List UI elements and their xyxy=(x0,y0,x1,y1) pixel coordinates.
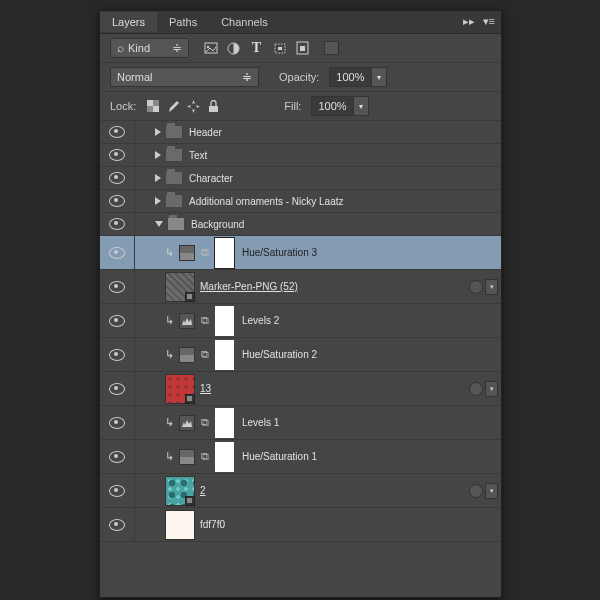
folder-icon xyxy=(165,171,183,185)
layer-thumb[interactable] xyxy=(165,510,195,540)
tab-paths[interactable]: Paths xyxy=(157,12,209,32)
visibility-toggle[interactable] xyxy=(100,406,135,439)
disclosure-icon[interactable] xyxy=(155,197,161,205)
layer-13[interactable]: 13 ▾ xyxy=(100,372,501,406)
folder-character[interactable]: Character xyxy=(100,167,501,190)
tab-channels[interactable]: Channels xyxy=(209,12,279,32)
clip-indicator-icon: ↳ xyxy=(165,348,175,361)
visibility-toggle[interactable] xyxy=(100,121,135,143)
layer-mask-thumb[interactable] xyxy=(215,306,234,336)
layer-thumb[interactable] xyxy=(165,476,195,506)
tab-layers[interactable]: Layers xyxy=(100,12,157,32)
filter-toggle-switch[interactable] xyxy=(324,41,339,55)
chevron-down-icon: ▾ xyxy=(354,97,368,115)
layer-levels-2[interactable]: ↳ ⧉ Levels 2 xyxy=(100,304,501,338)
visibility-toggle[interactable] xyxy=(100,508,135,541)
lock-transparency-icon[interactable] xyxy=(146,99,160,113)
collapse-icon[interactable]: ▸▸ xyxy=(463,15,475,28)
chevron-down-icon: ▾ xyxy=(372,68,386,86)
filter-pixel-icon[interactable] xyxy=(203,41,218,56)
lock-position-icon[interactable] xyxy=(186,99,200,113)
blend-mode-value: Normal xyxy=(117,71,152,83)
filter-smartobject-icon[interactable] xyxy=(295,41,310,56)
layer-thumb[interactable] xyxy=(165,272,195,302)
filter-kind-label: Kind xyxy=(128,42,150,54)
disclosure-icon[interactable] xyxy=(155,151,161,159)
fx-icon[interactable] xyxy=(469,280,483,294)
chevron-down-icon[interactable]: ▾ xyxy=(485,381,498,397)
smart-object-badge-icon xyxy=(185,394,195,404)
visibility-toggle[interactable] xyxy=(100,213,135,235)
link-icon[interactable]: ⧉ xyxy=(198,246,211,260)
layer-fdf7f0[interactable]: fdf7f0 xyxy=(100,508,501,542)
visibility-toggle[interactable] xyxy=(100,440,135,473)
clip-indicator-icon: ↳ xyxy=(165,246,175,259)
folder-header[interactable]: Header xyxy=(100,121,501,144)
svg-rect-7 xyxy=(147,100,153,106)
link-icon[interactable]: ⧉ xyxy=(198,450,211,464)
folder-text[interactable]: Text xyxy=(100,144,501,167)
visibility-toggle[interactable] xyxy=(100,474,135,507)
chevron-down-icon[interactable]: ▾ xyxy=(485,483,498,499)
fill-input[interactable]: 100% ▾ xyxy=(311,96,368,116)
layer-2[interactable]: 2 ▾ xyxy=(100,474,501,508)
eye-icon xyxy=(109,195,125,207)
link-icon[interactable]: ⧉ xyxy=(198,416,211,430)
layer-mask-thumb[interactable] xyxy=(215,340,234,370)
layer-hue-saturation-2[interactable]: ↳ ⧉ Hue/Saturation 2 xyxy=(100,338,501,372)
eye-icon xyxy=(109,126,125,138)
fill-label: Fill: xyxy=(284,100,301,112)
eye-icon xyxy=(109,218,125,230)
chevron-down-icon[interactable]: ▾ xyxy=(485,279,498,295)
fx-icon[interactable] xyxy=(469,382,483,396)
folder-ornaments[interactable]: Additional ornaments - Nicky Laatz xyxy=(100,190,501,213)
filter-adjustment-icon[interactable] xyxy=(226,41,241,56)
clip-indicator-icon: ↳ xyxy=(165,450,175,463)
opacity-input[interactable]: 100% ▾ xyxy=(329,67,386,87)
visibility-toggle[interactable] xyxy=(100,304,135,337)
lock-image-icon[interactable] xyxy=(166,99,180,113)
layer-thumb[interactable] xyxy=(165,374,195,404)
hue-saturation-adjustment-icon xyxy=(179,449,195,465)
svg-rect-11 xyxy=(209,106,218,112)
layers-panel: Layers Paths Channels ▸▸ ▾≡ ⌕ Kind ≑ T N… xyxy=(99,10,502,598)
clip-indicator-icon: ↳ xyxy=(165,416,175,429)
link-icon[interactable]: ⧉ xyxy=(198,348,211,362)
fx-icon[interactable] xyxy=(469,484,483,498)
disclosure-icon[interactable] xyxy=(155,221,163,227)
visibility-toggle[interactable] xyxy=(100,338,135,371)
levels-adjustment-icon xyxy=(179,313,195,329)
link-icon[interactable]: ⧉ xyxy=(198,314,211,328)
svg-rect-9 xyxy=(153,100,159,106)
eye-icon xyxy=(109,417,125,429)
eye-icon xyxy=(109,172,125,184)
folder-icon xyxy=(165,125,183,139)
visibility-toggle[interactable] xyxy=(100,236,135,269)
folder-icon xyxy=(165,194,183,208)
blend-mode-select[interactable]: Normal ≑ xyxy=(110,67,259,87)
layers-list: Header Text Character Additional ornamen… xyxy=(100,121,501,600)
disclosure-icon[interactable] xyxy=(155,174,161,182)
layer-levels-1[interactable]: ↳ ⧉ Levels 1 xyxy=(100,406,501,440)
panel-menu-icon[interactable]: ▾≡ xyxy=(483,15,495,28)
filter-kind-select[interactable]: ⌕ Kind ≑ xyxy=(110,38,189,58)
layer-hue-saturation-1[interactable]: ↳ ⧉ Hue/Saturation 1 xyxy=(100,440,501,474)
filter-type-icon[interactable]: T xyxy=(249,41,264,56)
visibility-toggle[interactable] xyxy=(100,144,135,166)
layer-hue-saturation-3[interactable]: ↳ ⧉ Hue/Saturation 3 xyxy=(100,236,501,270)
layer-marker-pen[interactable]: Marker-Pen-PNG (52) ▾ xyxy=(100,270,501,304)
smart-object-badge-icon xyxy=(185,496,195,506)
smart-object-badge-icon xyxy=(185,292,195,302)
disclosure-icon[interactable] xyxy=(155,128,161,136)
visibility-toggle[interactable] xyxy=(100,190,135,212)
folder-background[interactable]: Background xyxy=(100,213,501,236)
filter-row: ⌕ Kind ≑ T xyxy=(100,34,501,63)
visibility-toggle[interactable] xyxy=(100,167,135,189)
layer-mask-thumb[interactable] xyxy=(215,238,234,268)
layer-mask-thumb[interactable] xyxy=(215,442,234,472)
visibility-toggle[interactable] xyxy=(100,372,135,405)
filter-shape-icon[interactable] xyxy=(272,41,287,56)
lock-all-icon[interactable] xyxy=(206,99,220,113)
layer-mask-thumb[interactable] xyxy=(215,408,234,438)
visibility-toggle[interactable] xyxy=(100,270,135,303)
